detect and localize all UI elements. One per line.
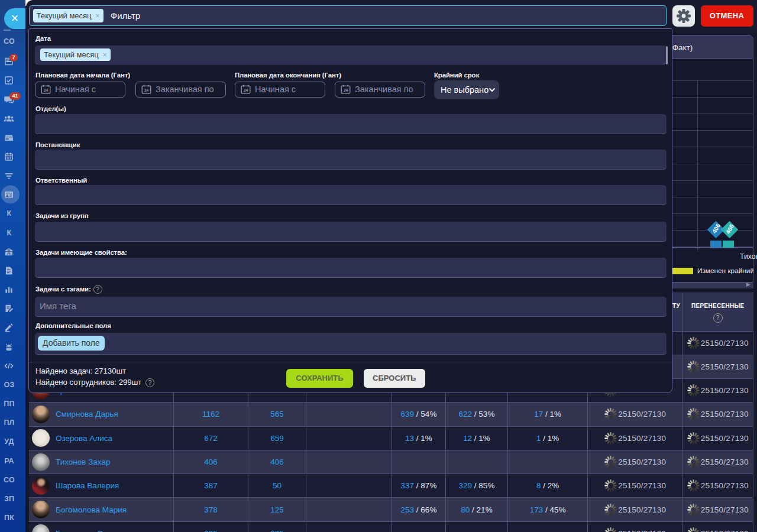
svg-text:24: 24 [144,88,149,92]
svg-text:24: 24 [344,88,348,92]
svg-text:24: 24 [244,88,248,92]
svg-text:24: 24 [44,88,48,92]
